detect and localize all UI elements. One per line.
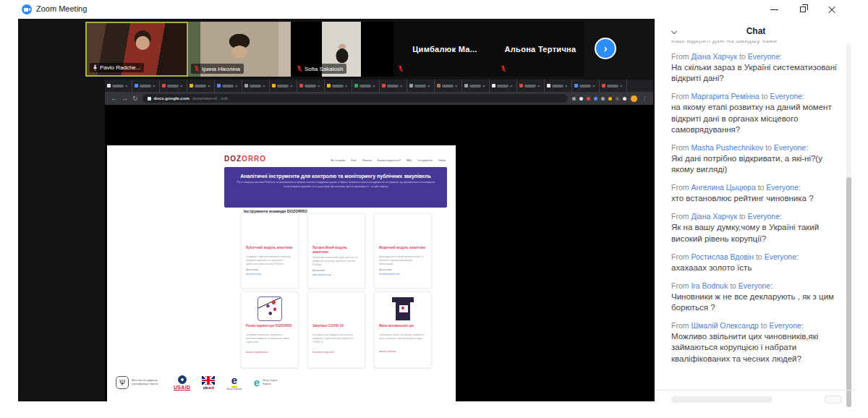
- site-icon: [148, 97, 151, 101]
- shared-page-area: DOZORRO Всі тендериБлогНовиниБачиш поруш…: [105, 105, 653, 401]
- next-participants-button[interactable]: ›: [595, 38, 616, 59]
- tool-description: Інструмент для швидкого моніторингу заку…: [312, 333, 360, 344]
- tab-title-smudge: [222, 85, 234, 88]
- chat-message: From Діана Харчук to Everyone: На скільк…: [671, 52, 839, 84]
- shared-screen-browser: × × × ×: [105, 80, 653, 401]
- tab-favicon: [547, 84, 550, 88]
- chat-message: From Masha Pushechnikov to Everyone: Які…: [671, 143, 839, 175]
- tab-favicon: [519, 84, 523, 88]
- nav-link: Блог: [351, 159, 357, 162]
- audience: Everyone:: [774, 143, 808, 152]
- chat-message-header: From Діана Харчук to Everyone:: [671, 52, 839, 61]
- tab-favicon: [464, 84, 468, 88]
- tab-title-smudge: [359, 85, 371, 88]
- tab-close-icon: ×: [427, 84, 430, 88]
- uk-flag-icon: [202, 376, 215, 385]
- hero-banner: Аналітичні інструменти для контролю та м…: [224, 167, 447, 208]
- participant-name-badge: Pavlo Radche...: [90, 63, 144, 72]
- participant-tile[interactable]: Sofia Sakalosh Sofia Sakalosh: [291, 22, 393, 77]
- audience: Everyone:: [766, 183, 800, 192]
- url-path: /presentation/d/…/edit: [192, 96, 228, 101]
- browser-tab: ×: [545, 80, 572, 92]
- extension-icon: [601, 97, 605, 101]
- close-button[interactable]: [817, 0, 846, 19]
- window-titlebar: Zoom Meeting: [0, 0, 868, 19]
- tab-close-icon: ×: [510, 84, 513, 88]
- tab-title-smudge: [305, 85, 316, 88]
- audience: Everyone:: [748, 212, 782, 221]
- participant-tile[interactable]: Ірина Ніколіна Ірина Ніколіна: [188, 22, 291, 77]
- chat-scrollbar[interactable]: [846, 43, 851, 391]
- tool-more-link: Детальніше: [246, 268, 294, 271]
- sender-name: Ростислав Вдовін: [691, 252, 754, 261]
- chat-message: From Ростислав Вдовін to Everyone: ахаха…: [671, 252, 839, 273]
- tool-card: Мапа аномальних цін Інтерактивна мапа, щ…: [374, 291, 432, 368]
- tab-close-icon: ×: [537, 84, 540, 88]
- tool-title: Професійний модуль аналітики: [312, 246, 360, 255]
- tab-close-icon: ×: [400, 84, 403, 88]
- tool-description: Інтерфейс, який дає можливість кожному з…: [246, 255, 294, 266]
- tool-title: Закупівлі COVID-19: [312, 324, 360, 332]
- audience: Everyone:: [739, 281, 773, 290]
- chat-input[interactable]: [671, 396, 773, 403]
- chat-message-header: From Masha Pushechnikov to Everyone:: [671, 143, 839, 152]
- tab-favicon: [190, 84, 193, 88]
- minimize-button[interactable]: [760, 0, 788, 19]
- tool-url-link: dozorro.org/indicators: [246, 351, 294, 354]
- sender-name: Masha Pushechnikov: [691, 143, 763, 152]
- extension-icon: [587, 97, 590, 101]
- tool-description: Інструмент виявлення закупівель з ознака…: [246, 333, 294, 344]
- tool-cards: Публічний модуль аналітики Інтерфейс, як…: [241, 213, 432, 368]
- browser-tab: ×: [572, 80, 600, 92]
- dozorro-logo: DOZORRO: [224, 155, 266, 163]
- sender-name: Шмалій Олександр: [691, 321, 759, 330]
- partner-usaid: USAID: [174, 375, 190, 391]
- usaid-icon: [178, 375, 187, 384]
- chat-message-header: From Шмалій Олександр to Everyone:: [671, 321, 839, 330]
- chat-message-text: ахахааах золото їсть: [671, 263, 839, 273]
- extension-icon: [608, 97, 612, 101]
- partner-ukaid: ukaid: [202, 376, 215, 390]
- audience: Everyone:: [748, 52, 782, 61]
- tool-title: Публічний модуль аналітики: [246, 246, 294, 254]
- participant-tile[interactable]: Цимбалюк Ма... Цимбалюк Ма...: [393, 22, 496, 77]
- partner-east-europe: Фонд Східна Європа: [254, 376, 281, 389]
- participant-tile[interactable]: Pavlo Radche... Pavlo Radche...: [85, 22, 188, 77]
- ukraine-trident-icon: [116, 376, 129, 389]
- banner-title: Аналітичні інструменти для контролю та м…: [237, 174, 434, 179]
- chat-message-text: Як на вашу думку,чому в Україні такий ви…: [671, 222, 839, 244]
- participant-name: Ірина Ніколіна: [202, 66, 240, 72]
- tool-url-link: bi.medzakupivli.com: [379, 273, 427, 276]
- tool-card: Професійний модуль аналітики Заточений а…: [307, 213, 365, 289]
- chat-send-area[interactable]: [825, 396, 842, 404]
- tab-close-icon: ×: [318, 84, 320, 88]
- chat-message: From Ангелина Цыцюра to Everyone: хто вс…: [671, 183, 839, 204]
- tab-close-icon: ×: [482, 84, 485, 88]
- forward-icon: →: [122, 95, 128, 102]
- browser-tab: ×: [325, 80, 352, 92]
- extension-icon: [623, 97, 626, 101]
- browser-tab: ×: [297, 80, 325, 92]
- participant-tile[interactable]: Альона Тертична Альона Тертична: [496, 22, 584, 77]
- mic-muted-icon: [194, 65, 200, 72]
- tool-more-link: Детальніше: [379, 268, 427, 271]
- tab-close-icon: ×: [208, 84, 210, 88]
- tab-favicon: [217, 84, 221, 88]
- sender-name: Діана Харчук: [691, 52, 737, 61]
- restore-button[interactable]: [788, 0, 817, 19]
- mouse-cursor: [153, 350, 159, 359]
- tab-favicon: [354, 84, 358, 88]
- tab-title-smudge: [497, 85, 509, 88]
- tab-favicon: [162, 84, 166, 88]
- window-title: Zoom Meeting: [36, 4, 87, 13]
- extension-icon: [616, 97, 619, 101]
- nav-link: Новини: [362, 159, 372, 162]
- address-bar: docs.google.com /presentation/d/…/edit: [142, 94, 568, 103]
- tool-card: Публічний модуль аналітики Інтерфейс, як…: [241, 213, 299, 289]
- tool-card: Закупівлі COVID-19 Інструмент для швидко…: [307, 291, 365, 368]
- tab-title-smudge: [442, 85, 454, 88]
- chat-scrollbar-thumb[interactable]: [846, 177, 851, 407]
- chat-message-text: хто встановлює рейтинг чиновника ?: [671, 193, 839, 204]
- browser-tab: ×: [187, 80, 215, 92]
- tab-title-smudge: [112, 85, 124, 88]
